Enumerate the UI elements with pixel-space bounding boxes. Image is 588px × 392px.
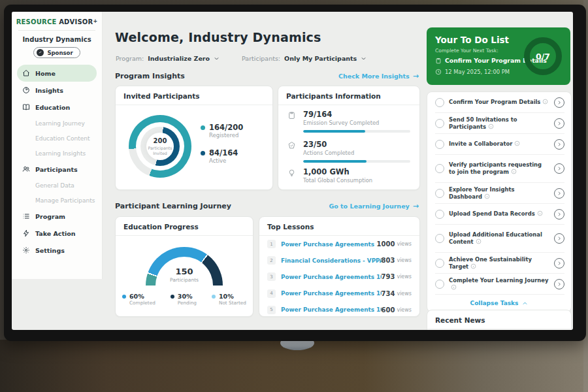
sidebar-item-home[interactable]: Home: [17, 65, 97, 82]
task-checkbox[interactable]: [435, 119, 444, 128]
participants-icon: [22, 165, 30, 173]
sidebar-item-education[interactable]: Education: [17, 99, 97, 116]
participants-dropdown[interactable]: Participants: Only My Participants: [242, 55, 367, 62]
check-more-insights-link[interactable]: Check More Insights →: [338, 72, 419, 80]
info-icon[interactable]: [537, 210, 543, 216]
legend-dot: [171, 295, 174, 299]
chevron-right-icon: [557, 166, 562, 171]
logo-plus: +: [93, 18, 97, 24]
rank-badge: 3: [267, 272, 276, 281]
actions-completed-row: 23/50 Actions Completed: [287, 140, 410, 163]
section-title: Participant Learning Journey: [115, 202, 231, 210]
arrow-right-icon: →: [413, 202, 419, 210]
sidebar-item-learning-journey[interactable]: Learning Journey: [17, 116, 97, 131]
chevron-up-icon: [522, 301, 528, 306]
sidebar-item-general-data[interactable]: General Data: [17, 178, 97, 193]
sidebar-item-program[interactable]: Program: [17, 208, 97, 225]
sidebar-item-insights[interactable]: Insights: [17, 82, 97, 99]
task-checkbox[interactable]: [435, 210, 444, 219]
progress-bar: [303, 130, 410, 133]
sidebar-item-settings[interactable]: Settings: [17, 242, 97, 259]
rank-badge: 2: [267, 256, 276, 265]
lesson-row[interactable]: 5 Power Purchase Agreements 103 600 view…: [259, 302, 419, 318]
task-row: Upload Spend Data Records: [435, 204, 564, 225]
monitor-bezel: RESOURCE ADVISOR+ Industry Dynamics Spon…: [4, 5, 586, 341]
task-open-button[interactable]: [554, 258, 564, 269]
lesson-row[interactable]: 2 Financial Considerations - VPPAs 803 v…: [259, 252, 419, 269]
info-icon[interactable]: [514, 140, 520, 146]
info-icon[interactable]: [484, 193, 490, 199]
chevron-right-icon: [557, 142, 562, 147]
clock-icon: [435, 69, 442, 75]
chevron-down-icon: [361, 56, 367, 61]
sidebar-item-education-content[interactable]: Education Content: [17, 131, 97, 146]
task-row: Confirm Your Program Details: [435, 92, 564, 113]
lesson-link[interactable]: Power Purchase Agreements 102: [281, 290, 382, 297]
program-dropdown[interactable]: Program: Industrialize Zero: [116, 55, 220, 62]
info-icon[interactable]: [470, 263, 476, 269]
card-title: Education Progress: [116, 217, 253, 236]
lesson-row[interactable]: 3 Power Purchase Agreements 101 793 view…: [259, 269, 419, 285]
task-row: Send 50 Invitations to Participants: [435, 113, 564, 134]
participants-information-card: Participants Information 79/164 Emission…: [278, 86, 420, 190]
task-checkbox[interactable]: [435, 280, 444, 289]
task-open-button[interactable]: [554, 118, 564, 129]
chevron-right-icon: [557, 121, 562, 126]
task-checkbox[interactable]: [435, 234, 444, 243]
sidebar-item-participants[interactable]: Participants: [17, 161, 97, 178]
task-open-button[interactable]: [554, 97, 564, 108]
sidebar-item-take-action[interactable]: Take Action: [17, 225, 97, 242]
task-checkbox[interactable]: [435, 189, 444, 198]
info-icon[interactable]: [511, 169, 517, 174]
clipboard-icon: [435, 57, 442, 64]
invited-participants-card: Invited Participants 200 Participants In…: [115, 86, 273, 190]
go-to-learning-journey-link[interactable]: Go to Learning Journey →: [329, 202, 419, 210]
lesson-link[interactable]: Power Purchase Agreements 101: [281, 274, 382, 280]
rank-badge: 4: [267, 289, 276, 298]
card-title: Recent News: [427, 310, 571, 329]
sponsor-badge[interactable]: Sponsor: [33, 47, 80, 58]
task-checkbox[interactable]: [435, 98, 444, 107]
gauge-center-label: 150 Participants: [116, 267, 253, 283]
info-icon[interactable]: [542, 99, 548, 105]
task-checkbox[interactable]: [435, 140, 444, 149]
task-checkbox[interactable]: [435, 259, 444, 268]
info-icon[interactable]: [451, 284, 457, 290]
lesson-link[interactable]: Power Purchase Agreements 101: [281, 241, 377, 248]
todo-progress-value: 0/7: [536, 52, 550, 61]
emission-survey-row: 79/164 Emission Survey Completed: [287, 110, 410, 133]
task-open-button[interactable]: [554, 188, 564, 199]
insights-icon: [22, 86, 30, 94]
home-icon: [22, 69, 30, 77]
task-row: Explore Your Insights Dashboard: [435, 183, 564, 204]
card-title: Invited Participants: [116, 86, 272, 105]
section-title: Program Insights: [115, 72, 185, 80]
task-open-button[interactable]: [554, 233, 564, 244]
sponsor-icon: [37, 49, 44, 56]
legend-item-active: 84/164 Active: [201, 148, 243, 164]
legend-dot: [212, 295, 216, 299]
logo-text-secondary: ADVISOR: [59, 18, 93, 25]
todo-tasks-card: Confirm Your Program Details Send 50 Inv…: [427, 91, 572, 312]
divider: [18, 30, 95, 31]
lesson-row[interactable]: 4 Power Purchase Agreements 102 734 view…: [259, 286, 419, 302]
task-checkbox[interactable]: [435, 164, 444, 173]
task-row: Achieve One Sustainability Target: [435, 253, 564, 274]
info-icon[interactable]: [476, 238, 482, 244]
info-icon[interactable]: [488, 123, 494, 129]
legend-dot: [201, 151, 205, 155]
task-row: Upload Additional Educational Content: [435, 225, 564, 253]
task-open-button[interactable]: [554, 279, 564, 289]
consumption-icon: [287, 169, 296, 177]
lesson-link[interactable]: Financial Considerations - VPPAs: [281, 257, 382, 264]
sidebar-item-manage-participants[interactable]: Manage Participants: [17, 193, 97, 208]
task-open-button[interactable]: [554, 163, 564, 174]
lesson-row[interactable]: 1 Power Purchase Agreements 101 1000 vie…: [259, 236, 419, 252]
legend-item-completed: 60% Completed: [122, 293, 155, 306]
task-open-button[interactable]: [554, 139, 564, 150]
invited-participants-donut-chart: 200 Participants Invited: [129, 115, 191, 178]
donut-legend: 164/200 Registered 84/164 Active: [201, 123, 243, 174]
lesson-link[interactable]: Power Purchase Agreements 103: [281, 306, 382, 313]
sidebar-item-learning-insights[interactable]: Learning Insights: [17, 146, 97, 161]
task-open-button[interactable]: [554, 209, 564, 220]
